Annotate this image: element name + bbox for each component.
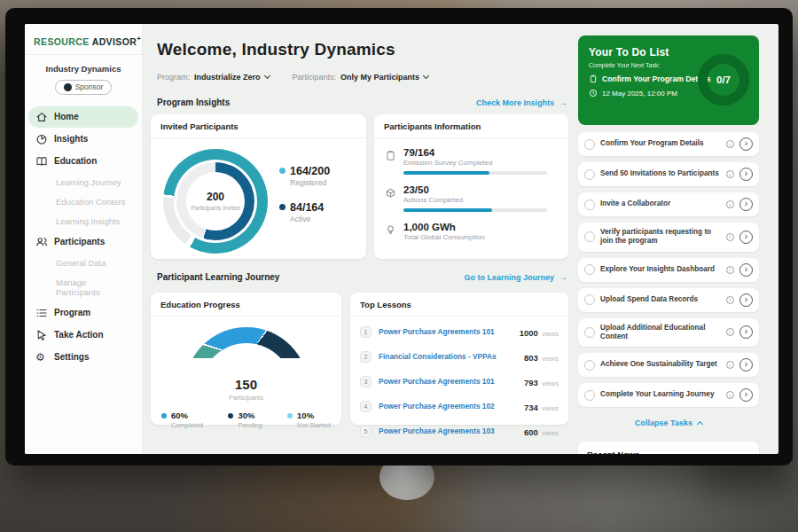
- task-checkbox[interactable]: [584, 390, 595, 401]
- sidebar-item-general-data[interactable]: General Data: [28, 254, 138, 272]
- sidebar-item-learning-journey[interactable]: Learning Journey: [28, 173, 138, 192]
- app-logo: RESOURCE ADVISOR+: [25, 24, 142, 55]
- collapse-tasks-link[interactable]: Collapse Tasks: [578, 419, 759, 427]
- check-more-insights-link[interactable]: Check More Insights: [476, 98, 567, 107]
- sidebar: RESOURCE ADVISOR+ Industry Dynamics Spon…: [25, 24, 143, 454]
- sidebar-item-learning-insights[interactable]: Learning Insights: [28, 212, 138, 231]
- education-gauge-chart: 150 Participants: [184, 327, 309, 389]
- task-row-send-invitations[interactable]: Send 50 Invitations to Participants: [578, 162, 759, 186]
- lesson-rank-badge: 1: [360, 326, 372, 338]
- chevron-right-icon[interactable]: [739, 137, 753, 151]
- clock-icon: [589, 89, 598, 98]
- legend-label: Registered: [290, 178, 330, 187]
- stat-global-consumption: 1,000 GWh Total Global Consumption: [385, 222, 558, 241]
- link-label: Go to Learning Journey: [464, 273, 554, 282]
- sidebar-item-education[interactable]: Education: [28, 151, 138, 172]
- info-icon: [726, 233, 734, 241]
- sidebar-item-settings[interactable]: Settings: [28, 347, 138, 368]
- gauge-center-value: 150: [184, 377, 309, 392]
- sidebar-item-education-content[interactable]: Education Content: [28, 192, 138, 211]
- task-label: Achieve One Sustainability Target: [600, 360, 721, 369]
- chevron-right-icon[interactable]: [739, 388, 753, 402]
- sidebar-item-label: Learning Insights: [56, 216, 120, 226]
- sidebar-item-program[interactable]: Program: [28, 302, 138, 324]
- legend-label: Not Started: [297, 421, 331, 429]
- collapse-label: Collapse Tasks: [635, 419, 692, 427]
- filters-row: Program: Industrialize Zero Participants…: [157, 73, 428, 82]
- chevron-right-icon[interactable]: [739, 293, 753, 307]
- task-label: Explore Your Insights Dashboard: [600, 265, 721, 274]
- participants-dropdown[interactable]: Participants: Only My Participants: [293, 73, 429, 82]
- legend-value: 84/164: [290, 201, 330, 214]
- task-row-verify-participants[interactable]: Verify participants requesting to join t…: [578, 223, 759, 252]
- lesson-link[interactable]: Financial Considerations - VPPAs: [379, 352, 524, 361]
- task-checkbox[interactable]: [584, 200, 595, 210]
- lessons-list: 1 Power Purchase Agreements 101 1000 vie…: [350, 317, 568, 443]
- sidebar-item-participants[interactable]: Participants: [28, 231, 138, 253]
- legend-label: Completed: [171, 421, 203, 429]
- task-row-complete-learning-journey[interactable]: Complete Your Learning Journey: [578, 383, 759, 407]
- task-row-explore-insights[interactable]: Explore Your Insights Dashboard: [578, 258, 759, 282]
- task-row-upload-spend-data[interactable]: Upload Spend Data Records: [578, 288, 759, 312]
- sidebar-item-take-action[interactable]: Take Action: [28, 325, 138, 346]
- todo-counter: 0/7: [716, 74, 731, 85]
- info-icon: [726, 266, 734, 274]
- task-checkbox[interactable]: [584, 360, 595, 371]
- main-content: Welcome, Industry Dynamics Program: Indu…: [143, 24, 578, 454]
- learning-journey-header: Participant Learning Journey Go to Learn…: [157, 272, 567, 282]
- lesson-views-count: 793: [524, 378, 538, 387]
- task-label: Upload Spend Data Records: [600, 295, 721, 304]
- monitor-bezel: RESOURCE ADVISOR+ Industry Dynamics Spon…: [5, 8, 793, 466]
- participants-label: Participants:: [293, 73, 337, 82]
- sponsor-badge: Sponsor: [55, 80, 112, 95]
- chevron-right-icon[interactable]: [739, 168, 753, 181]
- lesson-link[interactable]: Power Purchase Agreements 102: [379, 402, 524, 411]
- lesson-views-word: views: [542, 404, 559, 412]
- stat-label: Actions Completed: [403, 196, 547, 204]
- chevron-right-icon[interactable]: [739, 263, 753, 277]
- participants-information-card: Participants Information 79/164 Emission…: [374, 114, 568, 259]
- task-checkbox[interactable]: [584, 139, 595, 150]
- sidebar-item-label: Participants: [54, 237, 105, 246]
- task-checkbox[interactable]: [584, 169, 595, 180]
- program-label: Program:: [157, 73, 190, 82]
- progress-bar-fill: [403, 171, 489, 175]
- legend-value: 164/200: [290, 165, 330, 177]
- chevron-right-icon[interactable]: [739, 325, 753, 339]
- task-label: Complete Your Learning Journey: [600, 390, 721, 399]
- lesson-link[interactable]: Power Purchase Agreements 103: [379, 426, 524, 435]
- stat-emission-survey: 79/164 Emission Survey Completed: [385, 147, 558, 175]
- chevron-right-icon[interactable]: [739, 198, 753, 211]
- gear-icon: [35, 351, 48, 364]
- info-icon: [726, 296, 734, 304]
- go-to-learning-journey-link[interactable]: Go to Learning Journey: [464, 272, 567, 282]
- donut-legend: 164/200 Registered 84/164 Active: [279, 145, 330, 254]
- sponsor-icon: [64, 83, 72, 91]
- todo-task-list: Confirm Your Program Details Send 50 Inv…: [578, 132, 759, 454]
- task-checkbox[interactable]: [584, 231, 595, 242]
- clipboard-icon: [589, 74, 598, 83]
- task-row-invite-collaborator[interactable]: Invite a Collaborator: [578, 192, 759, 216]
- program-dropdown[interactable]: Program: Industrialize Zero: [157, 73, 270, 82]
- legend-label: Pending: [238, 421, 262, 429]
- lesson-link[interactable]: Power Purchase Agreements 101: [379, 327, 520, 336]
- info-icon: [726, 361, 734, 369]
- chevron-right-icon[interactable]: [739, 358, 753, 372]
- sidebar-item-insights[interactable]: Insights: [28, 129, 138, 150]
- dashboard-screen: RESOURCE ADVISOR+ Industry Dynamics Spon…: [25, 24, 778, 454]
- lesson-link[interactable]: Power Purchase Agreements 101: [379, 377, 524, 386]
- task-checkbox[interactable]: [584, 264, 595, 275]
- donut-center-value: 200: [207, 191, 224, 203]
- task-row-achieve-target[interactable]: Achieve One Sustainability Target: [578, 353, 759, 377]
- chevron-right-icon[interactable]: [739, 231, 753, 244]
- task-checkbox[interactable]: [584, 294, 595, 305]
- task-label: Invite a Collaborator: [600, 200, 721, 208]
- task-checkbox[interactable]: [584, 327, 595, 338]
- sidebar-item-manage-participants[interactable]: Manage Participants: [28, 273, 138, 301]
- lesson-rank-badge: 2: [360, 351, 372, 363]
- task-row-upload-educational-content[interactable]: Upload Additional Educational Content: [578, 318, 759, 348]
- task-row-confirm-program[interactable]: Confirm Your Program Details: [578, 132, 759, 156]
- lesson-views-count: 1000: [520, 328, 538, 338]
- progress-bar: [403, 171, 547, 175]
- sidebar-item-home[interactable]: Home: [28, 106, 138, 128]
